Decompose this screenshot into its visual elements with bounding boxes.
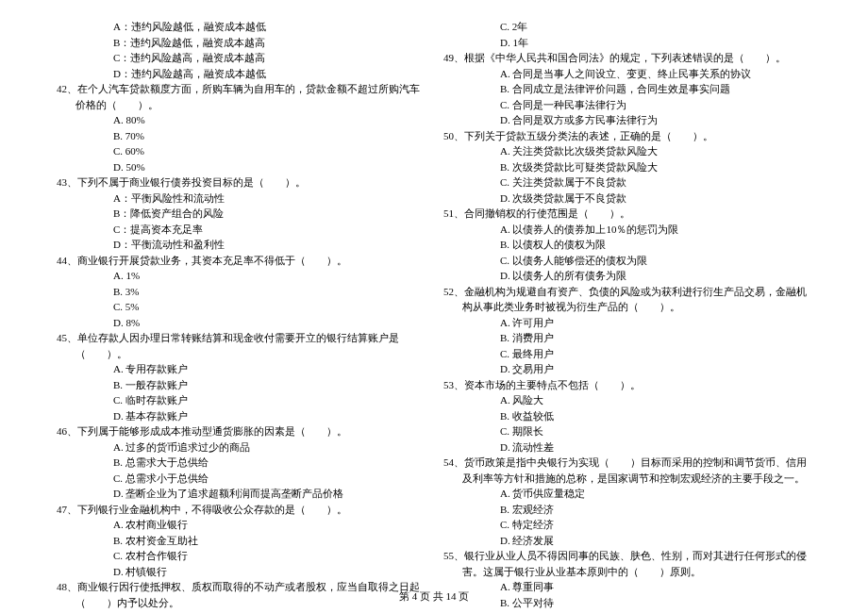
q46-opt-b: B. 总需求大于总供给 — [57, 455, 425, 471]
q51-opt-b: B. 以债权人的债权为限 — [443, 237, 811, 253]
q43-text: 43、下列不属于商业银行债券投资目标的是（ ）。 — [57, 174, 425, 191]
q52-text: 52、金融机构为规避自有资产、负债的风险或为获利进行衍生产品交易，金融机构从事此… — [443, 284, 811, 315]
page-container: A：违约风险越低，融资成本越低 B：违约风险越低，融资成本越高 C：违约风险越高… — [0, 0, 868, 613]
q43-opt-c: C：提高资本充足率 — [57, 222, 425, 238]
q52-opt-c: C. 最终用户 — [443, 346, 811, 362]
q55-text: 55、银行业从业人员不得因同事的民族、肤色、性别，而对其进行任何形式的侵害。这属… — [443, 548, 811, 579]
q50-opt-c: C. 关注类贷款属于不良贷款 — [443, 174, 811, 191]
q53-text: 53、资本市场的主要特点不包括（ ）。 — [443, 377, 811, 393]
q45-text: 45、单位存款人因办理日常转账结算和现金收付需要开立的银行结算账户是（ ）。 — [57, 330, 425, 361]
page-footer: 第 4 页 共 14 页 — [0, 588, 868, 605]
q43-opt-d: D：平衡流动性和盈利性 — [57, 237, 425, 253]
q46-opt-c: C. 总需求小于总供给 — [57, 471, 425, 487]
q45-opt-b: B. 一般存款账户 — [57, 377, 425, 393]
q53-opt-d: D. 流动性差 — [443, 439, 811, 456]
q48-opt-d: D. 1年 — [443, 35, 811, 51]
q50-text: 50、下列关于贷款五级分类法的表述，正确的是（ ）。 — [443, 128, 811, 144]
q54-opt-a: A. 货币供应量稳定 — [443, 486, 811, 502]
q46-text: 46、下列属于能够形成成本推动型通货膨胀的因素是（ ）。 — [57, 423, 425, 439]
q49-opt-c: C. 合同是一种民事法律行为 — [443, 97, 811, 113]
q49-opt-b: B. 合同成立是法律评价问题，合同生效是事实问题 — [443, 81, 811, 97]
q42-opt-a: A. 80% — [57, 112, 425, 128]
q44-opt-b: B. 3% — [57, 284, 425, 300]
q42-text: 42、在个人汽车贷款额度方面，所购车辆为自用车的，贷款金额不超过所购汽车价格的（… — [57, 81, 425, 112]
q44-opt-c: C. 5% — [57, 299, 425, 315]
q54-opt-c: C. 特定经济 — [443, 517, 811, 533]
q47-opt-c: C. 农村合作银行 — [57, 548, 425, 564]
q43-opt-a: A：平衡风险性和流动性 — [57, 191, 425, 207]
q47-opt-b: B. 农村资金互助社 — [57, 533, 425, 549]
q44-opt-d: D. 8% — [57, 315, 425, 331]
q48-opt-c: C. 2年 — [443, 19, 811, 35]
q49-opt-d: D. 合同是双方或多方民事法律行为 — [443, 112, 811, 128]
q54-opt-d: D. 经济发展 — [443, 533, 811, 549]
q54-opt-b: B. 宏观经济 — [443, 502, 811, 518]
q50-opt-a: A. 关注类贷款比次级类贷款风险大 — [443, 143, 811, 159]
left-column: A：违约风险越低，融资成本越低 B：违约风险越低，融资成本越高 C：违约风险越高… — [47, 19, 434, 613]
q51-opt-d: D. 以债务人的所有债务为限 — [443, 268, 811, 284]
q51-opt-c: C. 以债务人能够偿还的债权为限 — [443, 253, 811, 269]
q42-opt-d: D. 50% — [57, 159, 425, 175]
q46-opt-a: A. 过多的货币追求过少的商品 — [57, 439, 425, 456]
q52-opt-d: D. 交易用户 — [443, 361, 811, 377]
q45-opt-c: C. 临时存款账户 — [57, 392, 425, 408]
q49-text: 49、根据《中华人民共和国合同法》的规定，下列表述错误的是（ ）。 — [443, 50, 811, 66]
q51-opt-a: A. 以债券人的债券加上10％的惩罚为限 — [443, 222, 811, 238]
q53-opt-c: C. 期限长 — [443, 423, 811, 439]
q44-text: 44、商业银行开展贷款业务，其资本充足率不得低于（ ）。 — [57, 253, 425, 269]
q51-text: 51、合同撤销权的行使范围是（ ）。 — [443, 206, 811, 222]
q41-opt-a: A：违约风险越低，融资成本越低 — [57, 19, 425, 35]
q53-opt-a: A. 风险大 — [443, 392, 811, 408]
q53-opt-b: B. 收益较低 — [443, 408, 811, 424]
q47-opt-d: D. 村镇银行 — [57, 564, 425, 580]
q50-opt-b: B. 次级类贷款比可疑类贷款风险大 — [443, 159, 811, 175]
q45-opt-d: D. 基本存款账户 — [57, 408, 425, 424]
q49-opt-a: A. 合同是当事人之间设立、变更、终止民事关系的协议 — [443, 66, 811, 82]
q52-opt-b: B. 消费用户 — [443, 330, 811, 346]
q54-text: 54、货币政策是指中央银行为实现（ ）目标而采用的控制和调节货币、信用及利率等方… — [443, 455, 811, 486]
q44-opt-a: A. 1% — [57, 268, 425, 284]
q50-opt-d: D. 次级类贷款属于不良贷款 — [443, 191, 811, 207]
q52-opt-a: A. 许可用户 — [443, 315, 811, 331]
q41-opt-c: C：违约风险越高，融资成本越高 — [57, 50, 425, 66]
q42-opt-b: B. 70% — [57, 128, 425, 144]
q47-text: 47、下列银行业金融机构中，不得吸收公众存款的是（ ）。 — [57, 502, 425, 518]
q46-opt-d: D. 垄断企业为了追求超额利润而提高垄断产品价格 — [57, 486, 425, 502]
right-column: C. 2年 D. 1年 49、根据《中华人民共和国合同法》的规定，下列表述错误的… — [434, 19, 821, 613]
q42-opt-c: C. 60% — [57, 143, 425, 159]
q47-opt-a: A. 农村商业银行 — [57, 517, 425, 533]
q41-opt-d: D：违约风险越高，融资成本越低 — [57, 66, 425, 82]
q45-opt-a: A. 专用存款账户 — [57, 361, 425, 377]
q43-opt-b: B：降低资产组合的风险 — [57, 206, 425, 222]
q41-opt-b: B：违约风险越低，融资成本越高 — [57, 35, 425, 51]
